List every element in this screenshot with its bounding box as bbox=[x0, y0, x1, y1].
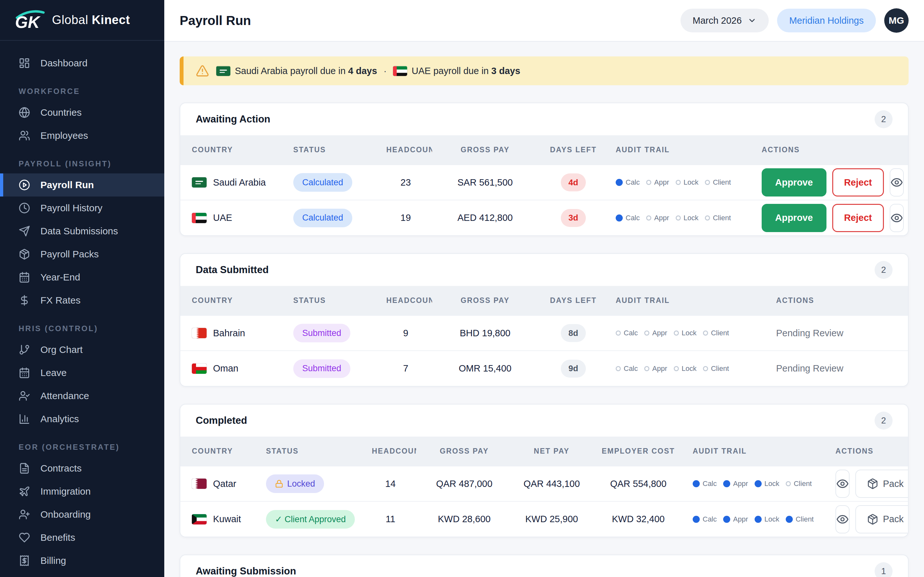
page-title: Payroll Run bbox=[180, 13, 251, 28]
sidebar-item-label: Payroll Run bbox=[40, 179, 94, 190]
sidebar-item-benefits[interactable]: Benefits bbox=[0, 526, 164, 549]
table-row: Saudi ArabiaCalculated23SAR 561,5004dCal… bbox=[180, 165, 909, 200]
sidebar-item-payroll-run[interactable]: Payroll Run bbox=[0, 173, 164, 197]
sidebar-item-analytics[interactable]: Analytics bbox=[0, 408, 164, 430]
reject-button[interactable]: Reject bbox=[832, 204, 884, 232]
sidebar-item-label: Payroll History bbox=[40, 203, 102, 213]
sidebar-item-employees[interactable]: Employees bbox=[0, 124, 164, 147]
company-selector[interactable]: Meridian Holdings bbox=[777, 9, 876, 32]
audit-trail: CalcApprLockClient bbox=[615, 329, 762, 337]
pack-button[interactable]: Pack bbox=[855, 505, 909, 533]
audit-step: Calc bbox=[693, 515, 717, 524]
country-cell: Qatar bbox=[180, 466, 259, 501]
awaiting-action-table: COUNTRYSTATUSHEADCOUNTGROSS PAYDAYS LEFT… bbox=[180, 135, 909, 235]
sidebar-item-leave[interactable]: Leave bbox=[0, 361, 164, 384]
sidebar-item-fx-rates[interactable]: FX Rates bbox=[0, 289, 164, 312]
approve-button[interactable]: Approve bbox=[762, 168, 827, 197]
heart-icon bbox=[19, 532, 30, 543]
audit-dot-empty-icon bbox=[674, 330, 679, 335]
panel-title: Completed bbox=[196, 415, 247, 426]
actions-cell: Pending Review bbox=[769, 351, 909, 386]
audit-trail: CalcApprLockClient bbox=[615, 364, 762, 373]
sidebar-nav: DashboardWORKFORCE Countries EmployeesPA… bbox=[0, 41, 164, 572]
panel-title: Data Submitted bbox=[196, 264, 268, 276]
days-left-badge: 9d bbox=[561, 359, 586, 378]
audit-step: Lock bbox=[674, 329, 696, 337]
audit-dot-empty-icon bbox=[676, 180, 681, 185]
view-button[interactable] bbox=[890, 204, 904, 232]
count-badge: 2 bbox=[875, 412, 893, 430]
audit-dot-empty-icon bbox=[646, 215, 651, 221]
audit-dot-empty-icon bbox=[676, 215, 681, 221]
sidebar-item-label: Leave bbox=[40, 367, 67, 378]
panel-completed: Completed 2 COUNTRYSTATUSHEADCOUNTGROSS … bbox=[180, 404, 909, 537]
net-pay-cell: QAR 443,100 bbox=[512, 466, 591, 501]
audit-dot-empty-icon bbox=[674, 366, 679, 371]
globe-icon bbox=[19, 107, 30, 118]
row-actions: Pack bbox=[835, 505, 902, 533]
audit-dot-empty-icon bbox=[786, 481, 791, 486]
audit-step: Appr bbox=[646, 214, 669, 222]
pack-button[interactable]: Pack bbox=[855, 470, 909, 498]
employer-cost-cell: KWD 32,400 bbox=[591, 501, 686, 537]
audit-step: Client bbox=[705, 178, 731, 187]
period-selector[interactable]: March 2026 bbox=[680, 9, 769, 32]
sidebar-item-countries[interactable]: Countries bbox=[0, 101, 164, 124]
sidebar-item-attendance[interactable]: Attendance bbox=[0, 384, 164, 408]
audit-step: Client bbox=[786, 515, 814, 524]
actions-cell: Pending Review bbox=[769, 316, 909, 351]
sidebar-item-contracts[interactable]: Contracts bbox=[0, 457, 164, 480]
sidebar-item-data-submissions[interactable]: Data Submissions bbox=[0, 219, 164, 243]
status-cell: Calculated bbox=[286, 200, 379, 235]
column-header: DAYS LEFT bbox=[538, 135, 609, 165]
status-cell: Calculated bbox=[286, 165, 379, 200]
column-header: HEADCOUNT bbox=[379, 286, 432, 316]
user-plus-icon bbox=[19, 509, 30, 520]
view-button[interactable] bbox=[890, 168, 904, 197]
audit-step: Calc bbox=[615, 214, 640, 222]
sidebar-item-onboarding[interactable]: Onboarding bbox=[0, 503, 164, 526]
eye-icon bbox=[836, 477, 849, 490]
brand-name: Global Kinect bbox=[52, 13, 130, 27]
country-name: Bahrain bbox=[213, 328, 245, 338]
actions-cell: Approve Reject bbox=[754, 165, 909, 200]
git-branch-icon bbox=[19, 344, 30, 356]
audit-step: Client bbox=[703, 329, 729, 337]
column-header: GROSS PAY bbox=[432, 286, 538, 316]
sidebar-item-dashboard[interactable]: Dashboard bbox=[0, 52, 164, 75]
sidebar-item-payroll-history[interactable]: Payroll History bbox=[0, 197, 164, 219]
sidebar-section-label: EOR (ORCHESTRATE) bbox=[0, 430, 164, 457]
column-header: STATUS bbox=[259, 437, 365, 466]
sidebar-item-label: Countries bbox=[40, 107, 81, 118]
audit-step: Lock bbox=[754, 480, 779, 488]
audit-dot-filled-icon bbox=[723, 480, 730, 487]
avatar[interactable]: MG bbox=[884, 8, 909, 33]
column-header: STATUS bbox=[286, 135, 379, 165]
column-header: COUNTRY bbox=[180, 437, 259, 466]
view-button[interactable] bbox=[835, 470, 850, 498]
avatar-initials: MG bbox=[889, 15, 904, 26]
audit-step: Calc bbox=[615, 364, 638, 373]
country-name: UAE bbox=[213, 213, 232, 223]
audit-dot-filled-icon bbox=[786, 516, 793, 523]
count-badge: 1 bbox=[875, 562, 893, 577]
days-left-badge: 3d bbox=[561, 209, 586, 227]
approve-button[interactable]: Approve bbox=[762, 204, 827, 232]
sidebar-item-payroll-packs[interactable]: Payroll Packs bbox=[0, 243, 164, 266]
count-badge: 2 bbox=[875, 110, 893, 128]
audit-cell: CalcApprLockClient bbox=[609, 165, 754, 200]
panel-title: Awaiting Submission bbox=[196, 566, 296, 577]
reject-button[interactable]: Reject bbox=[832, 168, 884, 197]
sidebar-item-billing[interactable]: Billing bbox=[0, 549, 164, 572]
panel-awaiting-submission: Awaiting Submission 1 bbox=[180, 554, 909, 577]
content: Saudi Arabia payroll due in 4 days· UAE … bbox=[164, 42, 924, 577]
sidebar-item-immigration[interactable]: Immigration bbox=[0, 480, 164, 503]
column-header: HEADCOUNT bbox=[379, 135, 432, 165]
sidebar-item-label: Payroll Packs bbox=[40, 249, 99, 259]
headcount-cell: 19 bbox=[379, 200, 432, 235]
sidebar-item-org-chart[interactable]: Org Chart bbox=[0, 338, 164, 361]
sidebar-item-label: Year-End bbox=[40, 272, 80, 283]
sidebar-item-year-end[interactable]: Year-End bbox=[0, 266, 164, 289]
view-button[interactable] bbox=[835, 505, 850, 533]
pending-review-text: Pending Review bbox=[776, 363, 843, 374]
